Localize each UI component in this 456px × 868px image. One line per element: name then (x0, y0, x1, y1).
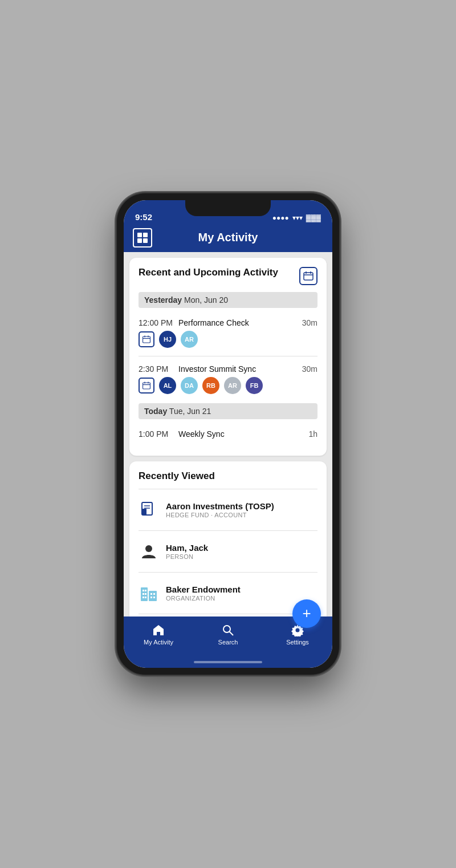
battery-icon: ▓▓▓ (306, 214, 321, 222)
rv-type-ham: PERSON (166, 553, 208, 560)
activity-card-title: Recent and Upcoming Activity (139, 267, 278, 278)
event-name-3: Weekly Sync (178, 429, 308, 439)
calendar-button[interactable] (299, 267, 317, 285)
rv-divider-2 (139, 572, 317, 573)
rv-icon-document (139, 500, 159, 520)
svg-rect-4 (304, 273, 313, 280)
day-header-today: Today Tue, Jun 21 (139, 403, 317, 419)
rv-item-ham[interactable]: Ham, Jack PERSON (139, 534, 317, 569)
divider-1 (139, 356, 317, 356)
logo-icon (136, 232, 149, 244)
small-calendar-icon-2 (142, 382, 150, 390)
day-date-yesterday: Mon, Jun 20 (184, 295, 228, 305)
svg-rect-24 (142, 593, 144, 595)
page-title: My Activity (198, 231, 258, 244)
avatar-al: AL (159, 377, 176, 394)
svg-rect-27 (145, 593, 146, 595)
nav-item-search[interactable]: Search (193, 623, 263, 646)
day-label-today: Today (144, 407, 167, 416)
svg-rect-8 (143, 336, 150, 343)
avatar-ar-1: AR (181, 331, 198, 348)
home-bar (194, 661, 262, 663)
nav-label-search: Search (218, 639, 238, 646)
recently-viewed-title: Recently Viewed (139, 470, 317, 482)
event-duration-1: 30m (302, 318, 317, 327)
avatar-da: DA (181, 377, 198, 394)
rv-type-baker: ORGANIZATION (166, 595, 241, 602)
signal-icon: ●●●● (272, 214, 289, 222)
activity-card: Recent and Upcoming Activity Yesterday M… (129, 258, 327, 456)
svg-rect-23 (142, 590, 144, 591)
nav-item-settings[interactable]: Settings (263, 623, 332, 646)
event-time-1: 12:00 PM (139, 318, 178, 327)
main-content: Recent and Upcoming Activity Yesterday M… (124, 252, 332, 616)
event-time-3: 1:00 PM (139, 429, 178, 439)
event-performance-check[interactable]: 12:00 PM Performance Check 30m (139, 314, 317, 352)
recently-viewed-card: Recently Viewed Aaron Investments (TOSP) (129, 461, 327, 616)
svg-rect-17 (142, 509, 146, 515)
day-label-yesterday: Yesterday (144, 295, 182, 305)
event-row-2: 2:30 PM Investor Summit Sync 30m (139, 364, 317, 374)
event-investor-summit[interactable]: 2:30 PM Investor Summit Sync 30m (139, 360, 317, 399)
app-logo (133, 228, 152, 248)
svg-rect-31 (153, 593, 155, 595)
event-duration-2: 30m (302, 364, 317, 374)
rv-item-aaron[interactable]: Aaron Investments (TOSP) HEDGE FUND · AC… (139, 493, 317, 527)
activity-card-header: Recent and Upcoming Activity (139, 267, 317, 285)
rv-info-ham: Ham, Jack PERSON (166, 543, 208, 560)
nav-label-settings: Settings (286, 639, 309, 646)
calendar-icon (303, 271, 314, 281)
phone-screen: 9:52 ●●●● ▾▾▾ ▓▓▓ My Activity (124, 200, 332, 668)
event-cal-icon-2 (139, 378, 154, 394)
rv-info-baker: Baker Endowment ORGANIZATION (166, 585, 241, 602)
event-time-2: 2:30 PM (139, 364, 178, 374)
notch (185, 200, 271, 216)
nav-label-activity: My Activity (144, 639, 173, 646)
nav-icon-search (221, 623, 235, 637)
event-icons-2: AL DA RB AR FB (139, 377, 317, 394)
svg-point-37 (296, 628, 300, 632)
building-icon (140, 583, 158, 603)
home-indicator (124, 656, 332, 668)
svg-point-20 (145, 545, 152, 552)
svg-point-34 (223, 626, 230, 632)
event-icons-1: HJ AR (139, 331, 317, 348)
search-icon (222, 624, 234, 636)
avatar-hj: HJ (159, 331, 176, 348)
avatar-fb: FB (246, 377, 263, 394)
fab-icon: + (302, 606, 311, 620)
svg-rect-28 (145, 597, 146, 598)
rv-divider-0 (139, 489, 317, 489)
svg-rect-32 (153, 597, 155, 598)
day-header-yesterday: Yesterday Mon, Jun 20 (139, 292, 317, 308)
nav-item-activity[interactable]: My Activity (124, 623, 193, 646)
svg-rect-30 (150, 597, 152, 598)
small-calendar-icon (142, 335, 150, 343)
svg-rect-1 (143, 233, 148, 237)
rv-name-ham: Ham, Jack (166, 543, 208, 553)
fab-button[interactable]: + (292, 599, 321, 628)
rv-name-baker: Baker Endowment (166, 585, 241, 594)
rv-info-aaron: Aaron Investments (TOSP) HEDGE FUND · AC… (166, 501, 274, 518)
home-icon (152, 624, 165, 636)
event-duration-3: 1h (308, 429, 317, 439)
nav-icon-home (152, 623, 165, 637)
rv-name-aaron: Aaron Investments (TOSP) (166, 501, 274, 511)
wifi-icon: ▾▾▾ (292, 214, 303, 222)
svg-rect-0 (137, 233, 142, 237)
rv-icon-building (139, 583, 159, 603)
rv-item-baker[interactable]: Baker Endowment ORGANIZATION (139, 576, 317, 610)
event-name-1: Performance Check (178, 318, 302, 327)
svg-rect-12 (143, 383, 150, 389)
svg-rect-2 (137, 238, 142, 243)
rv-icon-person-1 (139, 541, 159, 562)
document-icon (140, 501, 158, 519)
svg-rect-25 (142, 597, 144, 598)
avatar-ar-2: AR (224, 377, 241, 394)
app-header: My Activity (124, 225, 332, 252)
svg-rect-29 (150, 593, 152, 595)
event-weekly-sync[interactable]: 1:00 PM Weekly Sync 1h (139, 425, 317, 447)
avatar-rb: RB (202, 377, 219, 394)
rv-divider-3 (139, 614, 317, 614)
status-icons: ●●●● ▾▾▾ ▓▓▓ (272, 214, 321, 222)
